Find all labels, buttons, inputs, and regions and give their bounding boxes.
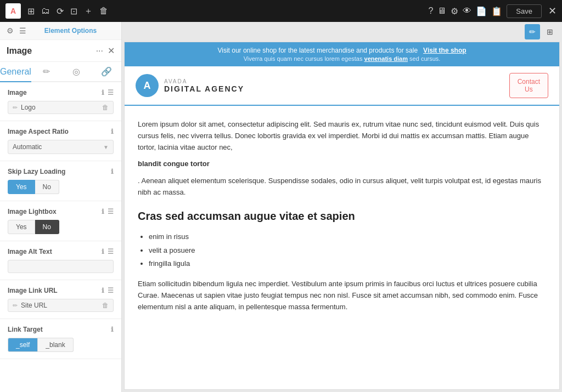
lightbox-info-icon[interactable]: ℹ bbox=[102, 208, 104, 215]
link-target-blank[interactable]: _blank bbox=[38, 338, 73, 352]
lightbox-section: Image Lightbox ℹ ☰ Yes No bbox=[0, 201, 121, 241]
logo-icon: A bbox=[136, 74, 159, 97]
trash-icon[interactable]: 🗑 bbox=[99, 6, 108, 16]
list-icon[interactable]: ☰ bbox=[19, 26, 26, 35]
sliders-icon[interactable]: ⚙ bbox=[451, 6, 458, 16]
banner-sub-end: sed cursus. bbox=[409, 55, 440, 62]
style-tab-icon: ✏ bbox=[43, 66, 50, 77]
tab-design[interactable]: ◎ bbox=[61, 62, 92, 82]
link-tab-icon: 🔗 bbox=[101, 66, 112, 77]
link-url-info-icon[interactable]: ℹ bbox=[102, 287, 104, 294]
alt-text-input[interactable] bbox=[8, 260, 114, 273]
content-paragraph2: . Aenean aliquet elementum scelerisque. … bbox=[138, 175, 546, 198]
save-button[interactable]: Save bbox=[507, 4, 542, 18]
contact-button[interactable]: ContactUs bbox=[509, 73, 548, 98]
monitor-icon[interactable]: 🖥 bbox=[437, 6, 446, 16]
alt-info-icon[interactable]: ℹ bbox=[102, 248, 104, 255]
tab-style[interactable]: ✏ bbox=[31, 62, 61, 82]
link-target-toggle: _self _blank bbox=[8, 338, 114, 352]
nav-bar: A Avada Digital Agency ContactUs bbox=[125, 66, 559, 106]
archive-icon[interactable]: 🗂 bbox=[41, 6, 50, 16]
list-item: fringilla ligula bbox=[149, 258, 546, 270]
image-value: Logo bbox=[21, 104, 99, 111]
bold-text: blandit congue tortor bbox=[138, 160, 210, 168]
panel-close-icon[interactable]: ✕ bbox=[108, 46, 115, 56]
link-pencil-icon: ✏ bbox=[13, 302, 18, 309]
tab-bar: General ✏ ◎ 🔗 bbox=[0, 62, 121, 82]
skip-lazy-no[interactable]: No bbox=[35, 180, 59, 194]
lightbox-label: Image Lightbox ℹ ☰ bbox=[8, 208, 114, 215]
aspect-info-icon[interactable]: ℹ bbox=[111, 128, 114, 135]
preview-mode-btn[interactable]: ⊞ bbox=[542, 24, 558, 39]
link-url-delete-icon[interactable]: 🗑 bbox=[102, 302, 109, 309]
alt-menu-icon[interactable]: ☰ bbox=[108, 248, 114, 255]
eye-icon[interactable]: 👁 bbox=[463, 6, 471, 16]
link-url-menu-icon[interactable]: ☰ bbox=[108, 287, 114, 294]
skip-lazy-toggle: Yes No bbox=[8, 180, 114, 194]
alt-text-label: Image Alt Text ℹ ☰ bbox=[8, 248, 114, 255]
image-delete-icon[interactable]: 🗑 bbox=[102, 104, 109, 111]
alt-text-field[interactable] bbox=[13, 263, 109, 270]
main-content: Lorem ipsum dolor sit amet, consectetur … bbox=[125, 106, 559, 332]
link-target-info-icon[interactable]: ℹ bbox=[111, 326, 114, 333]
help-icon[interactable]: ? bbox=[428, 6, 433, 16]
panel-more-icon[interactable]: ··· bbox=[96, 46, 103, 56]
file2-icon[interactable]: 📋 bbox=[491, 6, 502, 16]
image-info-icon[interactable]: ℹ bbox=[102, 89, 104, 96]
brand-sub: Digital Agency bbox=[164, 84, 244, 93]
link-url-label: Image Link URL ℹ ☰ bbox=[8, 287, 114, 294]
banner-text: Visit our online shop for the latest mer… bbox=[217, 47, 418, 54]
settings-icon[interactable]: ⚙ bbox=[7, 26, 14, 35]
link-target-label: Link Target ℹ bbox=[8, 326, 114, 333]
general-tab-label: General bbox=[0, 67, 31, 77]
tab-link[interactable]: 🔗 bbox=[91, 62, 121, 82]
design-tab-icon: ◎ bbox=[72, 66, 80, 77]
aspect-ratio-section: Image Aspect Ratio ℹ Automatic ▼ bbox=[0, 121, 121, 161]
preview-content: Visit our online shop for the latest mer… bbox=[124, 42, 560, 390]
banner-sub-link[interactable]: venenatis diam bbox=[364, 55, 408, 62]
dropdown-arrow-icon: ▼ bbox=[103, 144, 109, 150]
element-options-label: Element Options bbox=[44, 27, 97, 35]
add-icon[interactable]: ＋ bbox=[84, 5, 93, 17]
history-icon[interactable]: ⟳ bbox=[57, 6, 64, 16]
list-item: enim in risus bbox=[149, 231, 546, 243]
skip-lazy-label: Skip Lazy Loading ℹ bbox=[8, 168, 114, 175]
top-toolbar: A ⊞ 🗂 ⟳ ⊡ ＋ 🗑 ? 🖥 ⚙ 👁 📄 📋 Save ✕ bbox=[0, 0, 562, 22]
image-section-label: Image ℹ ☰ bbox=[8, 89, 114, 96]
avada-logo[interactable]: A bbox=[5, 3, 21, 19]
alt-text-section: Image Alt Text ℹ ☰ bbox=[0, 241, 121, 280]
image-field[interactable]: ✏ Logo 🗑 bbox=[8, 101, 114, 114]
main-layout: ⚙ ☰ Element Options Image ··· ✕ General … bbox=[0, 22, 562, 392]
list-item: velit a posuere bbox=[149, 245, 546, 257]
brand-name: Avada bbox=[164, 78, 244, 84]
close-icon[interactable]: ✕ bbox=[548, 5, 557, 17]
panel-header: Image ··· ✕ bbox=[0, 40, 121, 62]
banner-sub-text: Viverra quis quam nec cursus lorem egest… bbox=[244, 55, 363, 62]
top-banner: Visit our online shop for the latest mer… bbox=[125, 42, 559, 66]
pencil-icon: ✏ bbox=[13, 104, 18, 111]
link-target-self[interactable]: _self bbox=[8, 338, 38, 352]
aspect-ratio-dropdown[interactable]: Automatic ▼ bbox=[8, 140, 114, 154]
tab-general[interactable]: General bbox=[0, 63, 31, 82]
content-paragraph3: Etiam sollicitudin bibendum ligula nec i… bbox=[138, 279, 546, 313]
skip-lazy-info-icon[interactable]: ℹ bbox=[111, 168, 114, 175]
banner-link[interactable]: Visit the shop bbox=[423, 47, 466, 54]
lightbox-toggle: Yes No bbox=[8, 220, 114, 234]
nav-logo: A Avada Digital Agency bbox=[136, 74, 244, 97]
link-target-section: Link Target ℹ _self _blank bbox=[0, 319, 121, 359]
image-menu-icon[interactable]: ☰ bbox=[108, 89, 114, 96]
lightbox-yes[interactable]: Yes bbox=[8, 220, 35, 234]
lightbox-no[interactable]: No bbox=[35, 220, 59, 234]
skip-lazy-yes[interactable]: Yes bbox=[8, 180, 35, 194]
aspect-ratio-label: Image Aspect Ratio ℹ bbox=[8, 128, 114, 135]
layout-icon[interactable]: ⊡ bbox=[70, 6, 77, 16]
link-url-value: Site URL bbox=[21, 302, 99, 309]
link-url-section: Image Link URL ℹ ☰ ✏ Site URL 🗑 bbox=[0, 280, 121, 319]
file1-icon[interactable]: 📄 bbox=[476, 6, 487, 16]
dashboard-icon[interactable]: ⊞ bbox=[27, 6, 35, 16]
preview-area: ✏ ⊞ Visit our online shop for the latest… bbox=[122, 22, 562, 392]
edit-mode-btn[interactable]: ✏ bbox=[525, 24, 540, 39]
lightbox-menu-icon[interactable]: ☰ bbox=[108, 208, 114, 215]
link-url-field[interactable]: ✏ Site URL 🗑 bbox=[8, 299, 114, 312]
toolbar-right: ? 🖥 ⚙ 👁 📄 📋 Save ✕ bbox=[428, 4, 557, 18]
